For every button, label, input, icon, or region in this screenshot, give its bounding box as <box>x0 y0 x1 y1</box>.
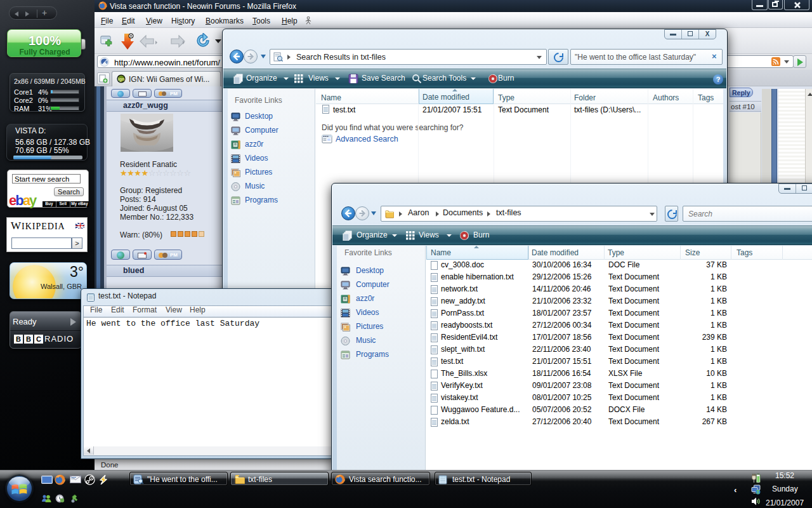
svg-text:ign: ign <box>118 77 125 82</box>
